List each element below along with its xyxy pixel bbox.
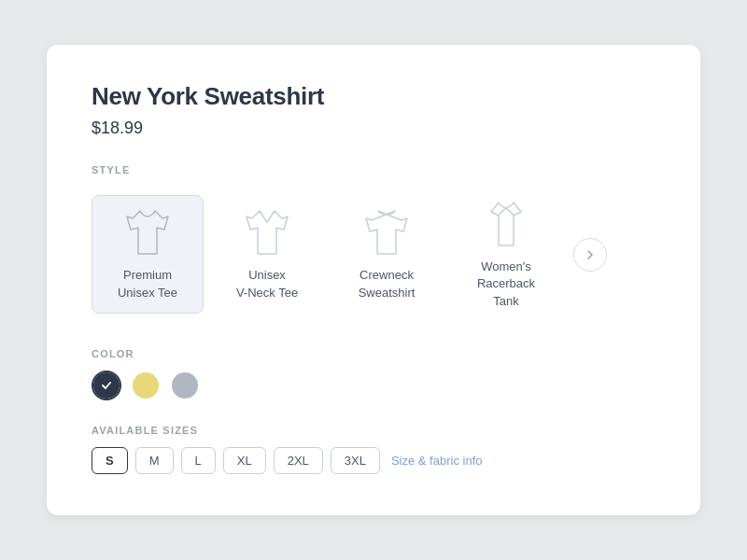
tshirt-icon-premium [125,207,170,259]
sizes-section: AVAILABLE SIZES S M L XL 2XL 3XL Size & … [92,425,655,474]
style-option-vneck[interactable]: UnisexV-Neck Tee [211,195,323,313]
checkmark-icon [100,379,113,392]
style-option-label-racerback: Women'sRacerback Tank [466,259,546,310]
size-button-3xl[interactable]: 3XL [331,447,380,474]
style-option-label-crewneck: CrewneckSweatshirt [359,267,416,301]
style-option-crewneck[interactable]: CrewneckSweatshirt [331,195,443,313]
size-button-2xl[interactable]: 2XL [274,447,323,474]
size-button-l[interactable]: L [181,447,216,474]
tank-icon-racerback [484,199,529,251]
product-title: New York Sweatshirt [92,82,655,111]
color-section: COLOR [92,348,655,400]
color-inner-pale-yellow [133,372,159,399]
style-option-premium-unisex-tee[interactable]: PremiumUnisex Tee [92,195,204,313]
color-inner-light-grey [172,372,198,399]
tshirt-icon-vneck [245,207,289,259]
style-label: STYLE [92,164,655,175]
product-price: $18.99 [92,119,655,138]
style-section: STYLE PremiumUnisex Tee UnisexV-Neck Tee [92,164,655,322]
style-option-label-vneck: UnisexV-Neck Tee [236,267,298,301]
size-button-xl[interactable]: XL [223,447,266,474]
tshirt-icon-crewneck [364,207,409,259]
style-option-racerback[interactable]: Women'sRacerback Tank [450,187,562,322]
size-button-m[interactable]: M [135,447,174,474]
style-options: PremiumUnisex Tee UnisexV-Neck Tee Crewn… [92,187,655,322]
size-fabric-link[interactable]: Size & fabric info [391,454,483,468]
color-swatch-dark-navy[interactable] [92,371,121,400]
sizes-label: AVAILABLE SIZES [92,425,655,436]
size-options: S M L XL 2XL 3XL Size & fabric info [92,447,655,474]
color-options [92,371,655,400]
color-label: COLOR [92,348,655,359]
color-swatch-light-grey[interactable] [170,371,200,400]
color-swatch-pale-yellow[interactable] [131,371,161,400]
size-button-s[interactable]: S [92,447,128,474]
product-card: New York Sweatshirt $18.99 STYLE Premium… [47,45,700,515]
color-inner-dark-navy [93,372,120,399]
style-next-button[interactable] [573,238,607,272]
chevron-right-icon [583,247,598,262]
style-option-label-premium: PremiumUnisex Tee [118,267,177,301]
